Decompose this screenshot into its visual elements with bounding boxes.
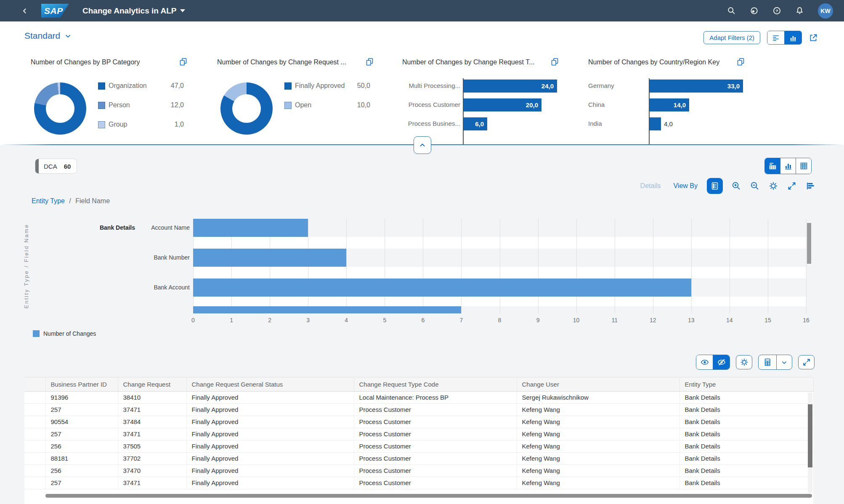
kpi-legend-value: 12,0	[165, 101, 184, 109]
table-cell: 256	[45, 464, 118, 477]
kpi-legend-item: Open10,0	[284, 101, 370, 109]
table-fullscreen-button[interactable]	[798, 355, 815, 369]
sap-logo[interactable]: SAP	[41, 4, 69, 18]
export-menu-button[interactable]	[776, 355, 792, 369]
row-select-cell[interactable]	[24, 440, 45, 452]
content-area: DCA 60 Details View By	[0, 145, 844, 504]
filter-list-view-button[interactable]	[767, 31, 784, 44]
column-header[interactable]: Entity Type	[679, 377, 813, 391]
table-row[interactable]: 25737471Finally ApprovedProcess Customer…	[24, 403, 813, 416]
help-icon[interactable]: ?	[772, 6, 781, 15]
visual-filter-view-button[interactable]	[784, 31, 802, 44]
table-cell: Bank Details	[679, 452, 813, 464]
bar-partial[interactable]	[193, 306, 461, 313]
table-cell: Bank Details	[679, 477, 813, 489]
kpi-bar-value: 33,0	[727, 82, 743, 90]
row-select-cell[interactable]	[24, 403, 45, 416]
kpi-legend-label: Finally Approved	[295, 82, 351, 90]
open-in-new-icon[interactable]	[736, 57, 745, 66]
kpi-card[interactable]: Number of Changes by Change Request ...F…	[217, 57, 394, 141]
search-icon[interactable]	[727, 6, 736, 15]
bar[interactable]	[193, 249, 346, 267]
kpi-bar[interactable]: 24,0	[464, 80, 557, 93]
x-tick-label: 6	[412, 317, 433, 324]
kpi-legend-label: Person	[109, 101, 165, 109]
row-select-cell[interactable]	[24, 428, 45, 440]
table-cell: 38410	[118, 391, 186, 403]
kpi-legend-item: Finally Approved50,0	[284, 82, 370, 90]
table-row[interactable]: 25637505Finally ApprovedProcess Customer…	[24, 440, 813, 452]
show-details-button[interactable]	[696, 355, 713, 369]
gridline	[385, 219, 385, 313]
open-in-new-icon[interactable]	[179, 57, 188, 66]
kpi-bar[interactable]: 33,0	[650, 80, 743, 93]
bar[interactable]	[193, 279, 691, 297]
adapt-filters-button[interactable]: Adapt Filters (2)	[703, 31, 760, 44]
kpi-legend-label: Open	[295, 101, 351, 109]
donut-chart[interactable]	[34, 82, 86, 135]
open-in-new-icon[interactable]	[365, 57, 374, 66]
row-select-cell[interactable]	[24, 464, 45, 477]
kpi-card[interactable]: Number of Changes by Change Request T...…	[402, 57, 579, 141]
kpi-bar[interactable]: 14,0	[650, 98, 689, 111]
kpi-legend-value: 50,0	[351, 82, 370, 90]
table-row[interactable]: 25737471Finally ApprovedProcess Customer…	[24, 428, 813, 440]
notifications-bell-icon[interactable]	[795, 6, 804, 15]
chart-vertical-scrollbar[interactable]	[807, 223, 811, 264]
table-horizontal-scrollbar[interactable]	[45, 494, 812, 498]
back-icon[interactable]	[21, 7, 29, 15]
details-visibility-toggle	[696, 355, 730, 370]
gridline	[615, 219, 615, 313]
table-row[interactable]: 8818137702Finally ApprovedProcess Custom…	[24, 452, 813, 464]
bar[interactable]	[193, 219, 308, 237]
x-tick-label: 13	[681, 317, 702, 324]
table-row[interactable]: 9055437484Finally ApprovedProcess Custom…	[24, 416, 813, 428]
column-header[interactable]: Change Request	[118, 377, 186, 391]
table-vscroll-thumb[interactable]	[808, 404, 812, 467]
row-select-cell[interactable]	[24, 416, 45, 428]
hide-details-button[interactable]	[713, 355, 730, 369]
table-row[interactable]: 25637470Finally ApprovedProcess Customer…	[24, 464, 813, 477]
table-row[interactable]: 25737471Finally ApprovedProcess Customer…	[24, 477, 813, 489]
row-select-cell[interactable]	[24, 452, 45, 464]
chart-legend[interactable]: Number of Changes	[33, 330, 96, 337]
kpi-legend-label: Group	[109, 121, 165, 128]
table-row[interactable]: 9139638410Finally ApprovedLocal Maintena…	[24, 391, 813, 403]
kpi-bar[interactable]: 6,0	[464, 117, 487, 130]
legend-color-swatch	[98, 102, 105, 109]
share-icon[interactable]	[809, 33, 818, 42]
app-title-menu[interactable]: Change Analytics in ALP	[82, 6, 185, 16]
collapse-header-button[interactable]	[414, 136, 431, 154]
table-settings-button[interactable]	[736, 355, 752, 369]
column-header[interactable]: Business Partner ID	[45, 377, 118, 391]
column-header[interactable]: Change Request General Status	[186, 377, 354, 391]
donut-chart[interactable]	[220, 82, 273, 135]
copilot-icon[interactable]	[750, 6, 759, 15]
user-avatar[interactable]: KW	[818, 3, 833, 19]
open-in-new-icon[interactable]	[550, 57, 559, 66]
row-select-cell[interactable]	[24, 477, 45, 489]
kpi-bar[interactable]	[650, 117, 661, 130]
export-button[interactable]	[759, 355, 776, 369]
column-header[interactable]: Change User	[517, 377, 679, 391]
row-select-cell[interactable]	[24, 391, 45, 403]
column-header[interactable]: Change Request Type Code	[354, 377, 517, 391]
filterbar-view-toggle	[767, 31, 802, 45]
chevron-down-icon	[780, 358, 788, 366]
table-cell: Bank Details	[679, 428, 813, 440]
kpi-card[interactable]: Number of Changes by BP CategoryOrganiza…	[31, 57, 207, 141]
legend-color-swatch	[284, 82, 292, 90]
kpi-bar-row: India4,0	[588, 117, 765, 130]
kpi-legend-item: Organization47,0	[98, 82, 184, 90]
x-tick-label: 3	[297, 317, 318, 324]
table-vertical-scrollbar[interactable]	[808, 393, 812, 493]
kpi-card[interactable]: Number of Changes by Country/Region KeyG…	[588, 57, 765, 141]
table-cell: Bank Details	[679, 403, 813, 416]
table-toolbar	[696, 355, 815, 370]
x-tick-label: 11	[604, 317, 625, 324]
kpi-bar-row: Multi Processing...24,0	[402, 80, 579, 93]
kpi-bar-value: 24,0	[541, 82, 557, 90]
donut-hole	[46, 94, 74, 123]
variant-selector[interactable]: Standard	[24, 31, 72, 41]
kpi-bar[interactable]: 20,0	[464, 98, 541, 111]
